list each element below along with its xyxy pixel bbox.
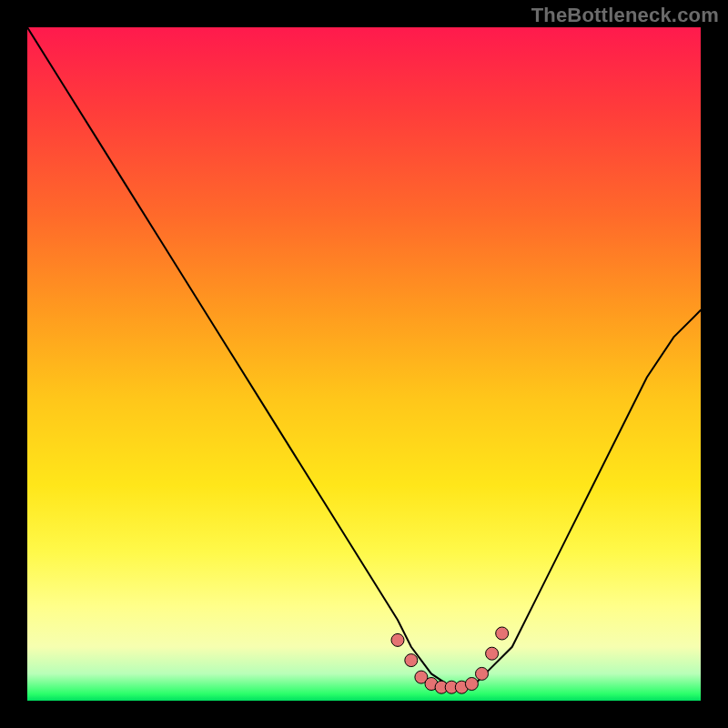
min-region-markers <box>391 627 509 693</box>
marker-dot <box>486 647 499 660</box>
marker-dot <box>405 654 418 667</box>
chart-svg <box>27 27 701 701</box>
marker-dot <box>496 627 509 640</box>
marker-dot <box>476 667 489 680</box>
watermark-label: TheBottleneck.com <box>531 4 719 27</box>
marker-dot <box>465 678 478 691</box>
chart-frame: TheBottleneck.com <box>0 0 728 728</box>
marker-dot <box>391 633 404 646</box>
plot-area <box>27 27 701 701</box>
bottleneck-curve <box>27 27 701 687</box>
